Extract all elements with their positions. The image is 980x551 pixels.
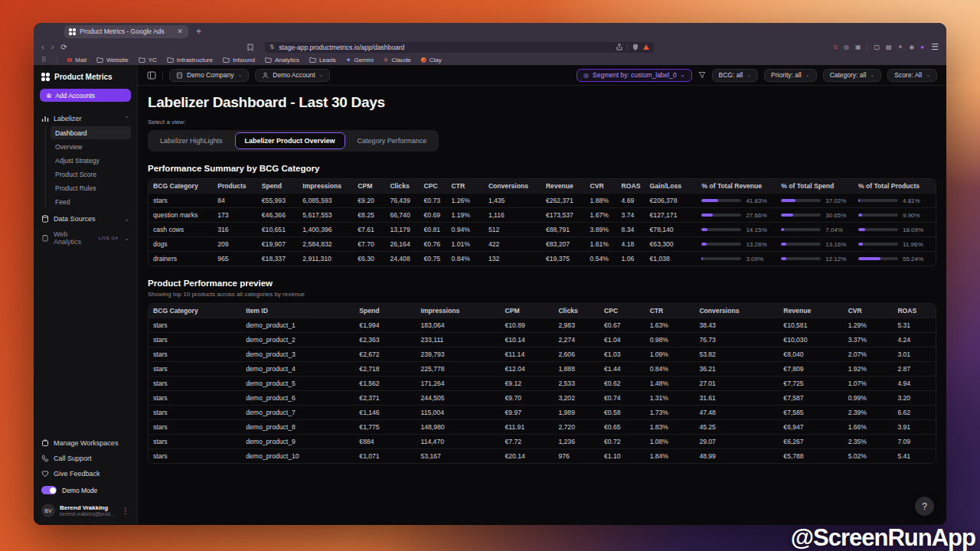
bookmark-item-inbound[interactable]: Inbound (223, 57, 255, 64)
warning-triangle-icon[interactable] (643, 44, 649, 50)
table-cell: 2,983 (554, 318, 599, 333)
table-row: cash cows316€10,6511,400,396€7.6113,179€… (149, 223, 936, 237)
extension-chat-icon[interactable]: ◍ (844, 44, 849, 51)
account-selector[interactable]: Demo Account ⌄ (255, 69, 330, 82)
table-cell: €0.65 (599, 420, 645, 435)
kebab-menu-icon[interactable]: ⋮ (122, 507, 129, 515)
app-name: Product Metrics (54, 73, 113, 81)
sidebar-section-labelizer[interactable]: Labelizer ⌃ (40, 111, 131, 126)
filter-pill-category[interactable]: Category: all⌄ (823, 69, 882, 82)
chart-icon (41, 115, 49, 122)
table-cell: 1.26% (447, 194, 484, 208)
bookmark-item-gemini[interactable]: ✦Gemini (346, 57, 374, 64)
column-header: CVR (844, 304, 893, 318)
privacy-shield-icon[interactable] (632, 44, 639, 51)
extension-sidebar-icon[interactable]: ▢ (874, 44, 880, 51)
segment-by-selector[interactable]: ◎ Segment by: custom_label_0 ⌄ (577, 69, 691, 82)
bookmark-item-analytics[interactable]: Analytics (265, 57, 299, 64)
user-menu[interactable]: BV Berend Vrakking berend.vrakking@produ… (40, 499, 131, 519)
table-cell: 76.73 (694, 333, 779, 347)
extension-s-icon[interactable]: S (834, 44, 838, 51)
table-cell: €2,718 (354, 362, 416, 377)
help-button[interactable]: ? (915, 497, 934, 516)
filter-pill-priority[interactable]: Priority: all⌄ (764, 69, 817, 82)
sidebar-item-product-rules[interactable]: Product Rules (51, 181, 131, 194)
sidebar-item-adjust-strategy[interactable]: Adjust Strategy (51, 154, 131, 167)
folder-icon (139, 57, 145, 63)
table-cell: 1,888 (554, 362, 599, 377)
progress-cell: 11.96% (854, 237, 936, 252)
table-cell: 1.09% (645, 347, 695, 362)
table-cell: €46,366 (257, 208, 298, 223)
table-cell: 0.84% (645, 362, 695, 377)
sidebar-item-product-score[interactable]: Product Score (51, 168, 131, 181)
tab-close-icon[interactable]: ✕ (176, 28, 184, 35)
extension-wallet-icon[interactable]: ▤ (886, 44, 892, 51)
table-cell: €7.61 (353, 223, 385, 237)
add-accounts-button[interactable]: ⊕ Add Accounts (40, 89, 131, 102)
company-selector[interactable]: Demo Company ⌄ (169, 69, 249, 82)
table-cell: €63,300 (645, 237, 697, 252)
sidebar-section-data-sources[interactable]: Data Sources ⌄ (40, 211, 131, 227)
view-tab-labelizer-highlights[interactable]: Labelizer HighLights (150, 132, 233, 149)
manage-workspaces-item[interactable]: Manage Workspaces (40, 435, 131, 451)
reload-icon[interactable]: ⟳ (60, 44, 67, 51)
browser-tab[interactable]: Product Metrics - Google Ads ✕ (64, 25, 188, 38)
back-icon[interactable]: ‹ (41, 43, 44, 51)
site-switcher-icon[interactable]: ⇅ (270, 44, 275, 51)
extension-color-icon[interactable]: ● (920, 44, 924, 51)
product-table-body: starsdemo_product_1€1,994183,064€10.892,… (149, 318, 936, 464)
bookmark-item-leads[interactable]: Leads (309, 57, 336, 64)
extension-camera-icon[interactable]: ▣ (855, 44, 861, 51)
table-cell: 3.91 (893, 420, 936, 435)
filter-pill-bcg[interactable]: BCG: all⌄ (712, 69, 759, 82)
forward-icon[interactable]: › (51, 43, 54, 51)
bookmark-item-website[interactable]: Website (96, 57, 129, 64)
bookmark-item-claude[interactable]: ✳Claude (384, 57, 411, 64)
chevron-up-icon: ⌃ (124, 116, 129, 122)
call-support-item[interactable]: Call Support (40, 451, 131, 466)
apps-grid-icon[interactable]: ⠿ (41, 56, 47, 64)
share-icon[interactable] (616, 44, 622, 51)
funnel-icon[interactable] (698, 71, 706, 79)
bookmark-item-clay[interactable]: Clay (421, 57, 442, 64)
sidebar-item-feed[interactable]: Feed (51, 195, 131, 208)
table-cell: 1.66% (844, 420, 893, 435)
extension-kite-icon[interactable]: ✦ (898, 44, 903, 51)
progress-track (858, 199, 898, 202)
logo-grid-icon (41, 73, 50, 81)
table-cell: 38.43 (694, 318, 779, 333)
bookmark-item-infrastructure[interactable]: Infrastructure (167, 57, 213, 64)
filter-pill-score[interactable]: Score: All⌄ (887, 69, 937, 82)
view-tab-category-performance[interactable]: Category Performance (348, 132, 437, 149)
table-cell: €10,581 (779, 318, 843, 333)
chevron-down-icon: ⌄ (746, 72, 751, 78)
new-tab-button[interactable]: + (196, 26, 201, 37)
sidebar-item-overview[interactable]: Overview (51, 140, 131, 153)
bookmark-item-yc[interactable]: YC (139, 57, 157, 64)
table-cell: €83,207 (541, 237, 586, 252)
browser-menu-icon[interactable]: ☰ (931, 42, 939, 52)
demo-mode-toggle[interactable] (41, 486, 57, 494)
sidebar-item-dashboard[interactable]: Dashboard (51, 126, 131, 139)
progress-track (781, 243, 821, 246)
url-bar[interactable]: ⇅ stage-app.productmetrics.io/app/dashbo… (265, 42, 654, 53)
chevron-down-icon: ⌄ (124, 235, 129, 242)
filter-pills: BCG: all⌄Priority: all⌄Category: all⌄Sco… (712, 69, 937, 82)
table-cell: demo_product_9 (241, 435, 354, 449)
bookmark-icon[interactable] (247, 44, 253, 51)
give-feedback-item[interactable]: Give Feedback (40, 466, 131, 481)
table-cell: 26,164 (385, 237, 419, 252)
clipboard-icon (41, 234, 49, 242)
sidebar-section-web-analytics[interactable]: Web Analytics LIVE G4 ⌄ (40, 227, 131, 249)
progress-cell: 41.83% (697, 194, 776, 208)
sidebar-toggle-icon[interactable] (147, 71, 156, 80)
extension-shield-icon[interactable]: ◉ (909, 44, 914, 51)
progress-track (781, 228, 821, 231)
product-table: BCG CategoryItem IDSpendImpressionsCPMCl… (148, 303, 936, 464)
folder-icon (96, 57, 103, 63)
progress-cell: 27.66% (697, 208, 776, 223)
view-tab-labelizer-product-overview[interactable]: Labelizer Product Overview (235, 132, 345, 149)
table-row: starsdemo_product_7€1,146115,004€9.971,9… (149, 406, 936, 420)
bookmark-item-mail[interactable]: MMail (67, 57, 87, 64)
